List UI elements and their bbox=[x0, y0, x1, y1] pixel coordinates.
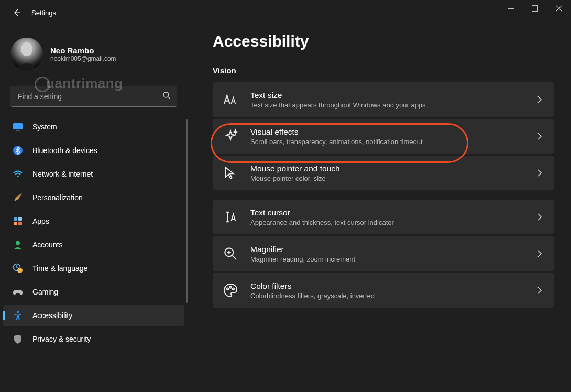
nav-list: System Bluetooth & devices Network & int… bbox=[0, 116, 188, 350]
svg-rect-8 bbox=[18, 217, 22, 221]
sidebar-item-accessibility[interactable]: Accessibility bbox=[3, 305, 184, 326]
app-title: Settings bbox=[31, 9, 56, 17]
page-title: Accessibility bbox=[213, 32, 554, 50]
svg-point-11 bbox=[16, 241, 20, 245]
chevron-right-icon bbox=[534, 212, 545, 222]
profile-name: Neo Rambo bbox=[50, 46, 116, 55]
wifi-icon bbox=[13, 169, 23, 179]
card-title: Visual effects bbox=[250, 127, 523, 137]
card-subtitle: Colorblindness filters, grayscale, inver… bbox=[250, 292, 523, 300]
chevron-right-icon bbox=[534, 131, 545, 141]
chevron-right-icon bbox=[534, 94, 545, 105]
brush-icon bbox=[13, 192, 23, 203]
svg-rect-10 bbox=[18, 222, 22, 225]
sidebar-item-label: Accessibility bbox=[32, 311, 72, 320]
sidebar-item-gaming[interactable]: Gaming bbox=[3, 281, 184, 302]
text-cursor-icon bbox=[222, 209, 239, 225]
card-title: Magnifier bbox=[250, 245, 523, 254]
main-content: Accessibility Vision Text size Text size… bbox=[188, 25, 571, 392]
monitor-icon bbox=[13, 122, 23, 132]
sidebar-item-bluetooth[interactable]: Bluetooth & devices bbox=[3, 140, 184, 161]
sidebar-item-label: Network & internet bbox=[32, 170, 93, 178]
back-button[interactable] bbox=[5, 1, 28, 24]
card-title: Text size bbox=[250, 91, 523, 100]
svg-point-14 bbox=[17, 311, 19, 313]
shield-icon bbox=[13, 334, 23, 344]
palette-icon bbox=[222, 282, 239, 299]
clock-globe-icon bbox=[13, 263, 23, 274]
search-input[interactable] bbox=[17, 92, 162, 101]
search-box[interactable] bbox=[10, 86, 177, 107]
card-subtitle: Mouse pointer color, size bbox=[250, 175, 523, 182]
chevron-right-icon bbox=[534, 168, 545, 178]
text-size-icon bbox=[222, 91, 239, 108]
gamepad-icon bbox=[13, 287, 23, 297]
profile-email: neokim005@gmail.com bbox=[50, 55, 116, 62]
card-magnifier[interactable]: Magnifier Magnifier reading, zoom increm… bbox=[213, 236, 554, 271]
card-mouse-pointer[interactable]: Mouse pointer and touch Mouse pointer co… bbox=[213, 156, 554, 190]
card-subtitle: Magnifier reading, zoom increment bbox=[250, 255, 523, 263]
card-subtitle: Text size that appears throughout Window… bbox=[250, 101, 523, 109]
svg-point-16 bbox=[227, 288, 228, 290]
window-maximize-button[interactable] bbox=[523, 0, 547, 17]
sidebar-item-label: Gaming bbox=[32, 288, 58, 296]
sidebar-item-network[interactable]: Network & internet bbox=[3, 164, 184, 184]
sidebar-item-label: Privacy & security bbox=[32, 335, 91, 343]
settings-cards: Text size Text size that appears through… bbox=[213, 82, 554, 308]
window-minimize-button[interactable] bbox=[499, 0, 523, 17]
sidebar-item-personalization[interactable]: Personalization bbox=[3, 187, 184, 208]
svg-point-1 bbox=[21, 42, 32, 56]
card-text-cursor[interactable]: Text cursor Appearance and thickness, te… bbox=[213, 200, 554, 234]
avatar bbox=[10, 38, 43, 70]
sidebar-scrollbar[interactable] bbox=[186, 119, 188, 303]
profile-block[interactable]: Neo Rambo neokim005@gmail.com bbox=[0, 38, 188, 70]
sidebar-item-time-language[interactable]: Time & language bbox=[3, 258, 184, 279]
window-close-button[interactable] bbox=[547, 0, 571, 17]
card-title: Color filters bbox=[250, 281, 523, 291]
svg-point-17 bbox=[229, 286, 231, 288]
titlebar: Settings bbox=[0, 0, 571, 25]
card-title: Text cursor bbox=[250, 208, 523, 217]
svg-rect-9 bbox=[14, 222, 17, 225]
accessibility-icon bbox=[13, 310, 23, 321]
sidebar: Neo Rambo neokim005@gmail.com uantrimang… bbox=[0, 25, 188, 392]
svg-point-18 bbox=[233, 288, 234, 290]
card-text-size[interactable]: Text size Text size that appears through… bbox=[213, 82, 554, 117]
svg-point-6 bbox=[17, 176, 18, 177]
sidebar-item-label: System bbox=[32, 123, 57, 131]
svg-point-2 bbox=[163, 92, 169, 97]
search-icon bbox=[162, 91, 171, 101]
card-subtitle: Appearance and thickness, text cursor in… bbox=[250, 219, 523, 226]
sidebar-item-privacy[interactable]: Privacy & security bbox=[3, 329, 184, 350]
sidebar-item-system[interactable]: System bbox=[3, 116, 184, 137]
sidebar-item-label: Bluetooth & devices bbox=[32, 146, 97, 155]
card-visual-effects[interactable]: Visual effects Scroll bars, transparency… bbox=[213, 119, 554, 154]
sidebar-item-label: Personalization bbox=[32, 193, 83, 202]
person-icon bbox=[13, 239, 23, 250]
bluetooth-icon bbox=[13, 145, 23, 156]
svg-rect-3 bbox=[13, 123, 23, 129]
section-title-vision: Vision bbox=[213, 66, 554, 75]
card-subtitle: Scroll bars, transparency, animations, n… bbox=[250, 138, 523, 146]
sidebar-item-label: Time & language bbox=[32, 264, 87, 273]
sparkle-icon bbox=[222, 128, 239, 145]
sidebar-item-label: Accounts bbox=[32, 241, 63, 249]
svg-point-13 bbox=[17, 268, 23, 273]
pointer-icon bbox=[222, 165, 239, 181]
card-title: Mouse pointer and touch bbox=[250, 164, 523, 173]
chevron-right-icon bbox=[534, 285, 545, 296]
chevron-right-icon bbox=[534, 248, 545, 259]
magnifier-icon bbox=[222, 245, 239, 262]
apps-icon bbox=[13, 216, 23, 226]
sidebar-item-label: Apps bbox=[32, 217, 49, 225]
sidebar-item-accounts[interactable]: Accounts bbox=[3, 234, 184, 255]
card-color-filters[interactable]: Color filters Colorblindness filters, gr… bbox=[213, 273, 554, 308]
svg-rect-7 bbox=[14, 217, 17, 221]
svg-rect-4 bbox=[16, 130, 20, 131]
sidebar-item-apps[interactable]: Apps bbox=[3, 211, 184, 232]
